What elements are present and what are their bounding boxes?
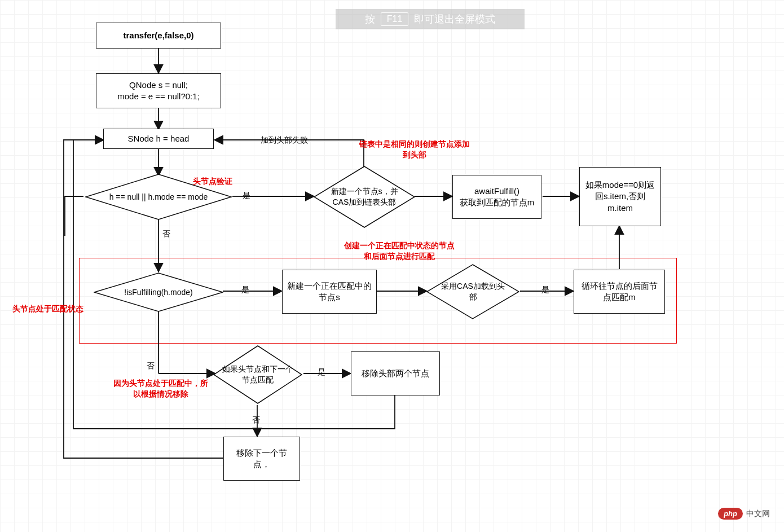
- label-yes-4: 是: [318, 367, 325, 377]
- annotation-same-create: 链表中是相同的则创建节点添加到头部: [358, 139, 471, 160]
- node-loop-match-text: 循环往节点的后面节点匹配m: [579, 280, 660, 304]
- flowchart-canvas: 按 F11 即可退出全屏模式: [0, 0, 784, 532]
- node-cas-head-text: 采用CAS加载到头部: [437, 281, 510, 302]
- label-no-1: 否: [162, 229, 170, 239]
- fullscreen-hint: 按 F11 即可退出全屏模式: [336, 9, 525, 29]
- label-yes-1: 是: [243, 191, 250, 201]
- decision-is-fulfilling: !isFulfilling(h.mode): [94, 272, 223, 312]
- label-no-3: 否: [252, 415, 260, 425]
- node-init-text: QNode s = null; mode = e == null?0:1;: [117, 80, 200, 103]
- hint-suffix: 即可退出全屏模式: [414, 12, 495, 26]
- annotation-create-fulfilling: 创建一个正在匹配中状态的节点和后面节点进行匹配: [343, 240, 456, 262]
- node-new-fulfilling: 新建一个正在匹配中的节点s: [282, 270, 377, 314]
- decision-mode-check-text: h == null || h.mode == mode: [94, 192, 223, 203]
- annotation-head-verify: 头节点验证: [193, 176, 232, 187]
- annotation-remove-by-case: 因为头节点处于匹配中，所以根据情况移除: [110, 378, 212, 399]
- node-await-fulfill: awaitFulfill() 获取到匹配的节点m: [452, 175, 541, 219]
- label-yes-3: 是: [541, 285, 549, 295]
- node-new-cas-head: 新建一个节点s，并CAS加到链表头部: [314, 166, 415, 228]
- node-start-text: transfer(e,false,0): [123, 30, 193, 41]
- node-init: QNode s = null; mode = e == null?0:1;: [96, 73, 221, 108]
- hint-key: F11: [381, 12, 409, 26]
- annotation-head-fulfilling-state: 头节点处于匹配状态: [12, 304, 103, 314]
- node-head: SNode h = head: [103, 129, 214, 149]
- node-new-fulfilling-text: 新建一个正在匹配中的节点s: [287, 280, 372, 304]
- decision-is-fulfilling-text: !isFulfilling(h.mode): [102, 287, 215, 298]
- decision-head-next-match: 如果头节点和下一个节点匹配: [213, 345, 302, 404]
- node-await-fulfill-text: awaitFulfill() 获取到匹配的节点m: [460, 186, 535, 209]
- node-cas-head: 采用CAS加载到头部: [426, 264, 519, 319]
- label-yes-2: 是: [241, 285, 249, 295]
- node-start: transfer(e,false,0): [96, 23, 221, 49]
- node-return: 如果mode==0则返回s.item,否则m.item: [579, 167, 661, 226]
- logo-text: 中文网: [746, 509, 770, 519]
- label-no-2: 否: [147, 361, 155, 371]
- node-loop-match: 循环往节点的后面节点匹配m: [574, 270, 665, 314]
- decision-head-next-match-text: 如果头节点和下一个节点匹配: [221, 364, 294, 385]
- logo-badge: php: [718, 508, 743, 520]
- site-logo: php 中文网: [718, 508, 770, 520]
- hint-prefix: 按: [365, 12, 375, 26]
- node-remove-two: 移除头部两个节点: [351, 351, 440, 395]
- node-remove-next: 移除下一个节点，: [223, 437, 300, 481]
- label-add-head-fail: 加到头部失败: [261, 135, 308, 146]
- node-remove-next-text: 移除下一个节点，: [228, 447, 295, 471]
- node-remove-two-text: 移除头部两个节点: [362, 368, 429, 379]
- node-new-cas-head-text: 新建一个节点s，并CAS加到链表头部: [322, 186, 407, 208]
- node-head-text: SNode h = head: [128, 133, 190, 144]
- node-return-text: 如果mode==0则返回s.item,否则m.item: [584, 179, 656, 214]
